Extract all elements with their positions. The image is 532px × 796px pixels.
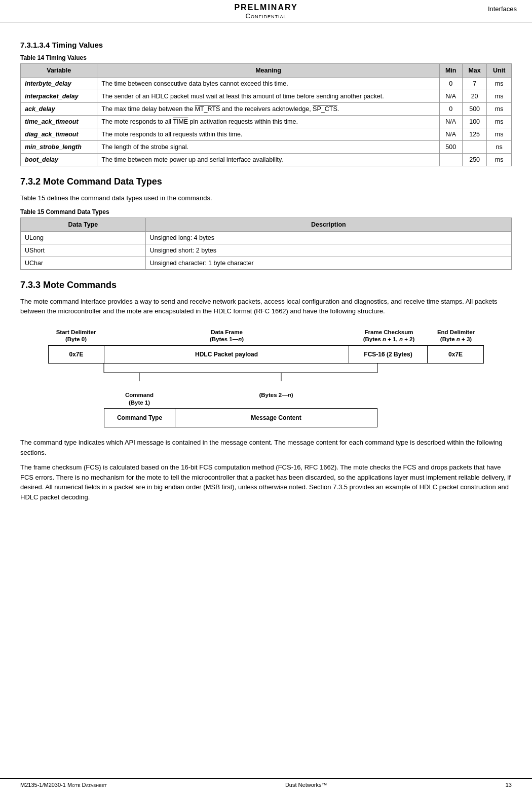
table15-cell-desc: Unsigned short: 2 bytes: [145, 244, 511, 257]
table14-row: min_strobe_lengthThe length of the strob…: [21, 141, 512, 154]
table14-cell-max: 500: [462, 103, 487, 116]
page-footer: M2135-1/M2030-1 Mote Datasheet Dust Netw…: [0, 778, 532, 791]
table14-header-max: Max: [462, 64, 487, 78]
table14-cell-variable: interpacket_delay: [21, 90, 97, 103]
table14-cell-unit: ms: [487, 116, 512, 128]
table14-row: interbyte_delayThe time between consecut…: [21, 78, 512, 90]
box-message-content: Message Content: [175, 409, 377, 427]
table14-cell-min: 500: [439, 141, 462, 154]
table15-row: ULongUnsigned long: 4 bytes: [21, 231, 512, 244]
box-start-delimiter: 0x7E: [49, 346, 104, 363]
table15-cell-desc: Unsigned long: 4 bytes: [145, 231, 511, 244]
footer-left: M2135-1/M2030-1 Mote Datasheet: [20, 782, 107, 788]
label-start-delimiter: Start Delimiter(Byte 0): [48, 329, 104, 344]
section-732-intro: Table 15 defines the command data types …: [20, 193, 512, 203]
sub-label-command: Command(Byte 1): [104, 391, 175, 407]
box-hdlc-payload: HDLC Packet payload: [104, 346, 349, 363]
header-preliminary: PRELMINARY: [0, 3, 532, 12]
table14-cell-variable: diag_ack_timeout: [21, 128, 97, 141]
label-frame-checksum: Frame Checksum(Bytes n + 1, n + 2): [350, 329, 428, 344]
table14-cell-unit: ms: [487, 103, 512, 116]
table15: Data Type Description ULongUnsigned long…: [20, 218, 512, 270]
table14-cell-max: 125: [462, 128, 487, 141]
table15-caption: Table 15 Command Data Types: [20, 208, 512, 215]
table15-cell-type: UChar: [21, 257, 146, 269]
table14-cell-meaning: The length of the strobe signal.: [97, 141, 439, 154]
table14-cell-variable: min_strobe_length: [21, 141, 97, 154]
table15-row: UCharUnsigned character: 1 byte characte…: [21, 257, 512, 269]
box-end-delimiter: 0x7E: [428, 346, 483, 363]
section-733-para3: The frame checksum (FCS) is calculated b…: [20, 462, 512, 502]
table14-row: time_ack_timeoutThe mote responds to all…: [21, 116, 512, 128]
table14-cell-max: 250: [462, 154, 487, 166]
table14-cell-min: N/A: [439, 116, 462, 128]
sub-labels-row: Command(Byte 1) (Bytes 2—n): [104, 391, 484, 407]
hdlc-diagram: Start Delimiter(Byte 0) Data Frame(Bytes…: [48, 329, 484, 428]
table14-header-variable: Variable: [21, 64, 97, 78]
table14-header-meaning: Meaning: [97, 64, 439, 78]
table14-cell-variable: boot_delay: [21, 154, 97, 166]
table14-header-min: Min: [439, 64, 462, 78]
header-interfaces: Interfaces: [488, 5, 517, 13]
table14-row: boot_delayThe time between mote power up…: [21, 154, 512, 166]
table14-row: interpacket_delayThe sender of an HDLC p…: [21, 90, 512, 103]
table14-cell-meaning: The mote responds to all TIME pin activa…: [97, 116, 439, 128]
table14-cell-unit: ms: [487, 128, 512, 141]
sub-label-bytes2n: (Bytes 2—n): [175, 391, 377, 407]
table15-cell-type: ULong: [21, 231, 146, 244]
table15-header-datatype: Data Type: [21, 218, 146, 231]
table14-cell-unit: ms: [487, 90, 512, 103]
section-733-title: 7.3.3 Mote Commands: [20, 280, 512, 291]
table14-row: diag_ack_timeoutThe mote responds to all…: [21, 128, 512, 141]
table14-cell-min: N/A: [439, 128, 462, 141]
box-command-type: Command Type: [104, 409, 175, 427]
section-733-para2: The command type indicates which API mes…: [20, 438, 512, 457]
table14-cell-unit: ms: [487, 154, 512, 166]
table15-row: UShortUnsigned short: 2 bytes: [21, 244, 512, 257]
label-data-frame: Data Frame(Bytes 1—n): [104, 329, 350, 344]
table14-cell-variable: time_ack_timeout: [21, 116, 97, 128]
table14-cell-min: 0: [439, 78, 462, 90]
footer-right: 13: [506, 782, 512, 788]
diagram-top-labels: Start Delimiter(Byte 0) Data Frame(Bytes…: [48, 329, 484, 344]
page-header: PRELMINARY Confidential Interfaces: [0, 0, 532, 22]
table14-cell-meaning: The sender of an HDLC packet must wait a…: [97, 90, 439, 103]
header-confidential: Confidential: [0, 12, 532, 20]
table14-cell-meaning: The time between consecutive data bytes …: [97, 78, 439, 90]
table14-header-unit: Unit: [487, 64, 512, 78]
table14-cell-variable: interbyte_delay: [21, 78, 97, 90]
connector-svg: [48, 364, 484, 391]
table14-cell-unit: ns: [487, 141, 512, 154]
table14-cell-max: 7: [462, 78, 487, 90]
table14: Variable Meaning Min Max Unit interbyte_…: [20, 63, 512, 166]
section-7314-title: 7.3.1.3.4 Timing Values: [20, 41, 512, 49]
table14-cell-min: [439, 154, 462, 166]
table14-cell-meaning: The time between mote power up and seria…: [97, 154, 439, 166]
table14-cell-meaning: The mote responds to all requests within…: [97, 128, 439, 141]
table14-cell-unit: ms: [487, 78, 512, 90]
sub-boxes-row: Command Type Message Content: [104, 408, 377, 427]
table14-cell-min: 0: [439, 103, 462, 116]
table14-cell-max: 20: [462, 90, 487, 103]
section-733-para1: The mote command interface provides a wa…: [20, 297, 512, 316]
table15-header-desc: Description: [145, 218, 511, 231]
footer-center: Dust Networks™: [285, 782, 327, 788]
page-content: 7.3.1.3.4 Timing Values Table 14 Timing …: [0, 22, 532, 537]
table15-cell-desc: Unsigned character: 1 byte character: [145, 257, 511, 269]
diagram-top-boxes: 0x7E HDLC Packet payload FCS-16 (2 Bytes…: [48, 345, 484, 364]
section-732-title: 7.3.2 Mote Command Data Types: [20, 176, 512, 187]
table14-cell-max: 100: [462, 116, 487, 128]
table14-row: ack_delayThe max time delay between the …: [21, 103, 512, 116]
table14-caption: Table 14 Timing Values: [20, 54, 512, 61]
table14-cell-max: [462, 141, 487, 154]
box-fcs: FCS-16 (2 Bytes): [349, 346, 428, 363]
table14-cell-min: N/A: [439, 90, 462, 103]
table14-cell-meaning: The max time delay between the MT_RTS an…: [97, 103, 439, 116]
table14-cell-variable: ack_delay: [21, 103, 97, 116]
table15-cell-type: UShort: [21, 244, 146, 257]
label-end-delimiter: End Delimiter(Byte n + 3): [428, 329, 484, 344]
